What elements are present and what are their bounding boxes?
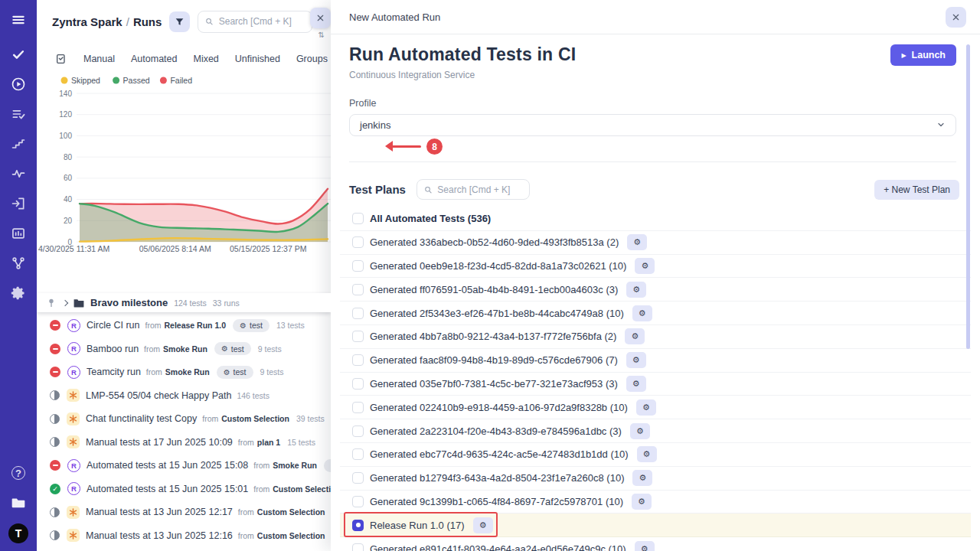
run-row[interactable]: RTeamcity runfromSmoke Run⚙test9 tests bbox=[37, 360, 331, 384]
test-plan-settings-button[interactable]: ⚙ bbox=[637, 446, 657, 462]
checkbox[interactable] bbox=[352, 331, 364, 342]
checkbox[interactable] bbox=[352, 425, 364, 437]
steps-icon[interactable] bbox=[9, 135, 28, 153]
tab-automated[interactable]: Automated bbox=[131, 54, 177, 64]
run-row[interactable]: LMP-554 05/04 check Happy Path146 tests bbox=[37, 384, 331, 408]
run-row[interactable]: RAutomated tests at 15 Jun 2025 15:08fro… bbox=[37, 454, 331, 478]
run-row[interactable]: Manual tests at 13 Jun 2025 12:16fromCus… bbox=[37, 524, 331, 548]
test-plan-settings-button[interactable]: ⚙ bbox=[626, 352, 646, 368]
test-plan-row[interactable]: Generated 2f5343e3-ef26-47b1-be8b-44cabc… bbox=[340, 302, 971, 325]
tab-manual[interactable]: Manual bbox=[83, 54, 115, 64]
milestone-row[interactable]: Bravo milestone 124 tests 33 runs bbox=[37, 293, 331, 312]
select-all-icon[interactable] bbox=[55, 53, 67, 65]
test-plan-row[interactable]: Generated e891c41f-8039-4e64-aa24-e0d56e… bbox=[340, 537, 971, 551]
checkbox[interactable] bbox=[352, 236, 364, 248]
checkbox[interactable] bbox=[352, 472, 364, 484]
run-row[interactable]: Manual tests at 13 Jun 2025 12:17fromCus… bbox=[37, 500, 331, 524]
folder-icon[interactable] bbox=[9, 494, 28, 512]
run-name: Automated tests at 15 Jun 2025 15:08 bbox=[87, 460, 248, 471]
reports-icon[interactable] bbox=[9, 224, 28, 243]
checkbox[interactable] bbox=[352, 448, 364, 460]
test-plan-row[interactable]: Generated ff076591-05ab-4b4b-8491-1ecb00… bbox=[340, 278, 971, 302]
test-chip[interactable]: ⚙test bbox=[214, 342, 251, 355]
svg-text:20: 20 bbox=[64, 217, 73, 225]
svg-text:120: 120 bbox=[59, 110, 72, 119]
test-plan-settings-button[interactable]: ⚙ bbox=[627, 234, 647, 250]
run-row[interactable]: RBamboo runfromSmoke Run⚙test9 tests bbox=[37, 337, 331, 361]
run-tests-count: 9 tests bbox=[260, 367, 284, 377]
test-chip[interactable]: ⚙test bbox=[324, 459, 331, 472]
menu-icon[interactable] bbox=[9, 11, 28, 29]
checkbox[interactable] bbox=[352, 543, 364, 551]
branch-icon[interactable] bbox=[9, 254, 28, 272]
runs-panel-close-button[interactable] bbox=[310, 8, 331, 28]
test-plan-settings-button[interactable]: ⚙ bbox=[636, 399, 656, 416]
checkbox[interactable] bbox=[352, 213, 364, 224]
test-plan-row[interactable]: Generated 4bb7a8b0-9212-43a4-b137-f772fe… bbox=[340, 325, 971, 349]
test-plan-row[interactable]: Generated 022410b9-e918-4459-a106-97d2a9… bbox=[340, 396, 971, 419]
test-plan-row[interactable]: Generated 035e7bf0-7381-4c5c-be77-321e73… bbox=[340, 373, 971, 396]
checkbox[interactable] bbox=[352, 402, 364, 413]
search-icon bbox=[205, 17, 213, 26]
checkbox[interactable] bbox=[352, 260, 364, 272]
test-plan-settings-button[interactable]: ⚙ bbox=[473, 517, 493, 533]
activity-pulse-icon[interactable] bbox=[9, 165, 28, 183]
test-chip[interactable]: ⚙test bbox=[217, 366, 253, 379]
test-plan-row[interactable]: Generated b12794f3-643a-4a2d-8504-23f1e7… bbox=[340, 467, 971, 491]
test-plan-settings-button[interactable]: ⚙ bbox=[635, 541, 655, 551]
test-cases-list-icon[interactable] bbox=[9, 105, 28, 123]
checkbox[interactable] bbox=[352, 496, 364, 507]
checkmark-icon[interactable] bbox=[9, 45, 28, 64]
user-avatar[interactable]: T bbox=[8, 523, 28, 543]
checkbox[interactable] bbox=[352, 378, 364, 390]
test-chip[interactable]: ⚙test bbox=[233, 319, 270, 332]
checkbox[interactable] bbox=[352, 308, 364, 319]
test-plans-search-input[interactable] bbox=[437, 184, 522, 195]
test-plan-settings-button[interactable]: ⚙ bbox=[626, 376, 646, 392]
run-row[interactable]: ✓RAutomated tests at 15 Jun 2025 15:01fr… bbox=[37, 478, 331, 501]
run-row[interactable]: Chat functinality test CopyfromCustom Se… bbox=[37, 407, 331, 431]
play-circle-icon[interactable] bbox=[9, 75, 28, 93]
test-plan-row[interactable]: Generated 2a223104-f20e-4b43-83d9-e78459… bbox=[340, 419, 971, 443]
run-row[interactable]: Manual tests at 17 Jun 2025 10:09frompla… bbox=[37, 431, 331, 455]
svg-text:100: 100 bbox=[59, 132, 72, 140]
test-plan-row[interactable]: Generated 9c1399b1-c065-4f84-8697-7af2c5… bbox=[340, 491, 971, 514]
checkbox[interactable] bbox=[352, 284, 364, 295]
test-plan-row[interactable]: Generated faac8f09-94b8-4b19-89d9-c576cd… bbox=[340, 349, 971, 373]
test-plan-settings-button[interactable]: ⚙ bbox=[635, 258, 655, 274]
sign-in-icon[interactable] bbox=[9, 194, 28, 213]
checkbox[interactable] bbox=[352, 354, 364, 366]
chevron-right-icon[interactable] bbox=[62, 299, 68, 305]
test-plan-settings-button[interactable]: ⚙ bbox=[632, 494, 652, 510]
test-plan-row[interactable]: Generated 336abecb-0b52-4d60-9ded-493f3f… bbox=[340, 231, 971, 255]
tab-mixed[interactable]: Mixed bbox=[193, 54, 218, 64]
test-plan-row[interactable]: All Automated Tests (536) bbox=[340, 207, 971, 231]
test-plan-settings-button[interactable]: ⚙ bbox=[626, 282, 646, 298]
runs-search-input[interactable] bbox=[219, 16, 305, 27]
checkbox-checked[interactable] bbox=[352, 520, 364, 531]
new-test-plan-button[interactable]: + New Test Plan bbox=[874, 180, 959, 200]
run-row[interactable]: RCircle CI runfromRelease Run 1.0⚙test13… bbox=[37, 314, 331, 337]
filter-button[interactable] bbox=[169, 11, 190, 32]
test-plan-row[interactable]: Generated ebc77c4d-9635-424c-ac5e-427483… bbox=[340, 443, 971, 467]
panel-close-button[interactable] bbox=[946, 7, 966, 28]
tab-groups[interactable]: Groups bbox=[296, 54, 328, 64]
test-plan-settings-button[interactable]: ⚙ bbox=[625, 328, 645, 344]
launch-button[interactable]: ▶ Launch bbox=[890, 44, 956, 66]
test-plan-row[interactable]: Release Run 1.0 (17)⚙ bbox=[340, 514, 971, 537]
breadcrumb-project[interactable]: Zyntra Spark bbox=[52, 15, 122, 28]
tab-unfinished[interactable]: Unfinished bbox=[235, 54, 280, 64]
sort-icon[interactable]: ⇅ bbox=[318, 31, 325, 39]
panel-header-title: New Automated Run bbox=[349, 11, 440, 23]
test-plan-settings-button[interactable]: ⚙ bbox=[632, 470, 652, 486]
profile-select[interactable]: jenkins bbox=[349, 114, 956, 136]
test-plan-row[interactable]: Generated 0eeb9e18-f23d-4cd5-82dd-8a1a73… bbox=[340, 255, 971, 279]
run-from-label: from bbox=[146, 367, 162, 377]
test-plan-settings-button[interactable]: ⚙ bbox=[632, 305, 652, 321]
panel-scrollbar[interactable] bbox=[966, 44, 970, 349]
test-plan-settings-button[interactable]: ⚙ bbox=[630, 423, 650, 439]
breadcrumb: Zyntra Spark/Runs bbox=[52, 15, 162, 28]
svg-text:Skipped: Skipped bbox=[71, 76, 100, 85]
help-icon[interactable]: ? bbox=[9, 464, 28, 482]
settings-gear-icon[interactable] bbox=[9, 284, 28, 302]
